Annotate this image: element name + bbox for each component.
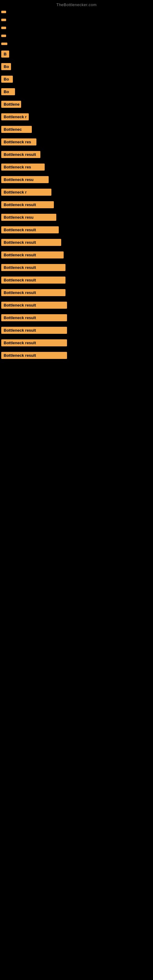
bottleneck-result-item-15: Bottleneck res [1, 164, 45, 170]
bottleneck-result-item-30: Bottleneck result [1, 352, 67, 359]
bottleneck-result-item-20: Bottleneck result [1, 226, 59, 233]
bottleneck-result-item-28: Bottleneck result [1, 327, 67, 334]
bottleneck-result-item-19: Bottleneck resu [1, 214, 56, 221]
bottleneck-result-item-12: Bottlenec [1, 126, 32, 133]
bottleneck-result-item-24: Bottleneck result [1, 277, 65, 283]
bottleneck-result-item-23: Bottleneck result [1, 264, 65, 271]
bottleneck-result-item-7: Bo [1, 63, 11, 70]
bottleneck-result-item-17: Bottleneck r [1, 189, 51, 196]
bottleneck-result-item-13: Bottleneck res [1, 138, 37, 145]
bottleneck-result-item-16: Bottleneck resu [1, 176, 49, 183]
bottleneck-result-item-9: Bo [1, 88, 15, 95]
bottleneck-result-item-1 [1, 11, 6, 13]
bottleneck-result-item-3 [1, 27, 6, 29]
bottleneck-result-item-2 [1, 19, 6, 21]
bottleneck-result-item-27: Bottleneck result [1, 314, 67, 321]
bottleneck-result-item-29: Bottleneck result [1, 339, 67, 346]
bottleneck-result-item-26: Bottleneck result [1, 302, 67, 309]
bottleneck-result-item-4 [1, 35, 6, 37]
bottleneck-result-item-11: Bottleneck r [1, 113, 29, 120]
bottleneck-result-item-10: Bottlene [1, 101, 21, 108]
bottleneck-result-item-14: Bottleneck result [1, 151, 40, 158]
bottleneck-result-item-6: B [1, 51, 9, 57]
items-container: BBoBoBoBottleneBottleneck rBottlenecBott… [0, 8, 153, 362]
bottleneck-result-item-18: Bottleneck result [1, 201, 54, 208]
bottleneck-result-item-22: Bottleneck result [1, 251, 64, 258]
bottleneck-result-item-5 [1, 43, 7, 45]
bottleneck-result-item-21: Bottleneck result [1, 239, 61, 246]
site-title: TheBottlenecker.com [0, 0, 153, 8]
bottleneck-result-item-25: Bottleneck result [1, 289, 65, 296]
bottleneck-result-item-8: Bo [1, 76, 13, 83]
